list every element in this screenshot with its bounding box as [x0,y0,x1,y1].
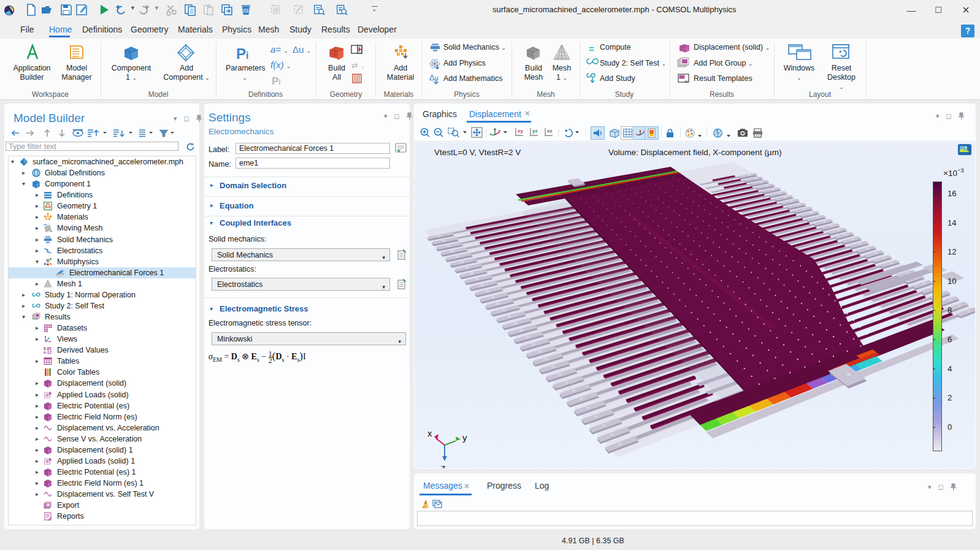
svg-text:yz: yz [532,128,537,134]
svg-text:x: x [427,428,432,438]
svg-text:z: z [441,462,446,468]
svg-text:xy: xy [518,128,523,134]
svg-text:xz: xz [547,128,552,134]
svg-text:y: y [462,432,467,443]
